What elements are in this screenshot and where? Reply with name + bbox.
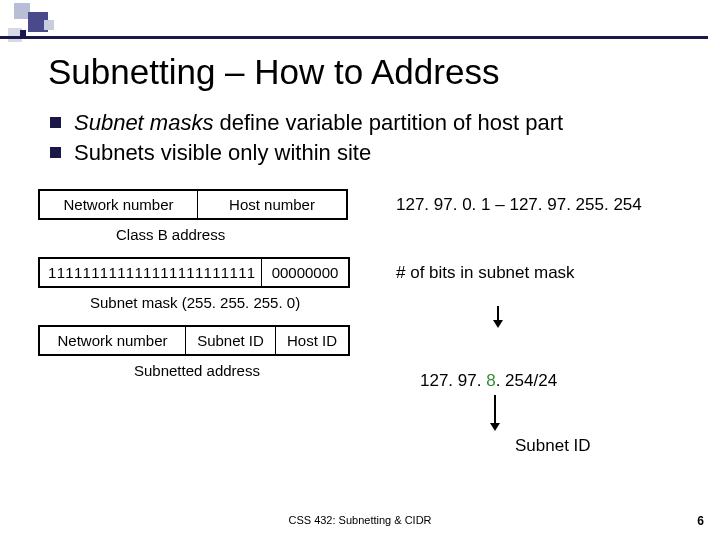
- address-box: Network number Host number: [38, 189, 348, 220]
- slide-decoration: [0, 0, 720, 42]
- footer-text: CSS 432: Subnetting & CIDR: [0, 514, 720, 526]
- deco-square: [44, 20, 54, 30]
- bullet-text: Subnets visible only within site: [74, 140, 371, 165]
- class-b-caption: Class B address: [116, 226, 698, 243]
- slide-title: Subnetting – How to Address: [48, 52, 698, 92]
- cidr-post: . 254/24: [496, 371, 557, 390]
- cidr-address: 127. 97. 8. 254/24: [420, 371, 557, 391]
- address-range: 127. 97. 0. 1 – 127. 97. 255. 254: [396, 195, 642, 215]
- arrow-down-icon: [493, 306, 503, 328]
- subnet-mask-caption: Subnet mask (255. 255. 255. 0): [90, 294, 698, 311]
- bullet-list: Subnet masks define variable partition o…: [50, 108, 698, 167]
- mask-box: 111111111111111111111111 00000000: [38, 257, 350, 288]
- subnetted-box: Network number Subnet ID Host ID: [38, 325, 350, 356]
- subnetted-caption: Subnetted address: [134, 362, 698, 379]
- host-number-cell: Host number: [198, 191, 346, 218]
- mask-ones-cell: 111111111111111111111111: [40, 259, 262, 286]
- arrow-to-subnet-id: [490, 395, 500, 421]
- subnet-mask-row: 111111111111111111111111 00000000 # of b…: [38, 257, 698, 288]
- mask-zeros-cell: 00000000: [262, 259, 348, 286]
- host-id-cell: Host ID: [276, 327, 348, 354]
- bullet-item: Subnet masks define variable partition o…: [50, 108, 698, 138]
- cidr-subnet-octet: 8: [486, 371, 495, 390]
- horizontal-rule: [0, 36, 708, 39]
- bullet-text: define variable partition of host part: [213, 110, 563, 135]
- bullet-item: Subnets visible only within site: [50, 138, 698, 168]
- cidr-pre: 127. 97.: [420, 371, 486, 390]
- subnet-id-cell: Subnet ID: [186, 327, 276, 354]
- class-b-row: Network number Host number 127. 97. 0. 1…: [38, 189, 698, 220]
- network-number-cell: Network number: [40, 327, 186, 354]
- bullet-italic: Subnet masks: [74, 110, 213, 135]
- page-number: 6: [697, 514, 704, 528]
- network-number-cell: Network number: [40, 191, 198, 218]
- arrow-to-cidr: [493, 306, 503, 332]
- subnetted-row: Network number Subnet ID Host ID: [38, 325, 698, 356]
- mask-bits-desc: # of bits in subnet mask: [396, 263, 575, 283]
- subnet-id-label: Subnet ID: [515, 436, 591, 456]
- arrow-down-icon: [490, 395, 500, 417]
